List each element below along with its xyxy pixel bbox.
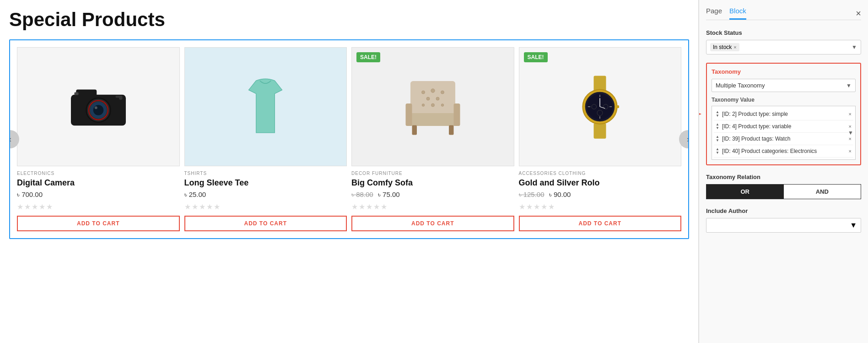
include-author-arrow-icon: ▼: [850, 221, 857, 229]
product-category-camera: ELECTRONICS: [17, 171, 180, 176]
add-to-cart-button-watch[interactable]: ADD TO CART: [519, 216, 682, 231]
tv-text-3: [ID: 39] Product tags: Watch: [722, 136, 846, 142]
product-listing-panel: Special Products ‹: [0, 0, 699, 343]
svg-rect-12: [405, 103, 412, 126]
product-price-watch: ৳ 125.00 ৳ 90.00: [519, 191, 682, 199]
product-card-watch: SALE!: [519, 47, 682, 238]
tv-dropdown-arrow-icon: ▼: [848, 130, 853, 136]
product-price-camera: ৳ 700.00: [17, 191, 180, 199]
svg-point-21: [431, 103, 434, 107]
svg-point-5: [95, 106, 97, 109]
currency-camera: ৳: [17, 191, 20, 198]
taxonomy-values-box: ▲ ▼ [ID: 2] Product type: simple × ▲ ▼ […: [712, 106, 856, 160]
svg-point-22: [422, 104, 425, 107]
svg-point-16: [431, 89, 435, 93]
price-value-watch: 90.00: [554, 191, 571, 198]
taxonomy-value-item-1: ▲ ▼ [ID: 2] Product type: simple ×: [714, 108, 853, 120]
stock-status-tag: In stock ×: [710, 43, 739, 51]
old-price-sofa: ৳ 88.00: [351, 191, 373, 198]
svg-rect-13: [453, 103, 460, 126]
svg-point-23: [441, 104, 444, 107]
product-name-watch: Gold and Silver Rolo: [519, 178, 682, 188]
svg-rect-9: [115, 96, 122, 98]
taxonomy-section: Taxonomy Multiple Taxonomy ▼ Taxonomy Va…: [706, 63, 861, 165]
stock-status-label: Stock Status: [706, 29, 861, 36]
add-to-cart-button-sofa[interactable]: ADD TO CART: [351, 216, 514, 231]
svg-rect-1: [76, 90, 97, 98]
tv-remove-4[interactable]: ×: [849, 148, 852, 154]
price-value-sofa: 75.00: [383, 191, 400, 198]
tv-down-2[interactable]: ▼: [716, 126, 719, 130]
product-category-watch: ACCESSORIES CLOTHING: [519, 171, 682, 176]
product-image-shirt: [184, 47, 347, 166]
currency-sofa: ৳: [378, 191, 381, 198]
taxonomy-select[interactable]: Multiple Taxonomy ▼: [712, 79, 856, 92]
tv-text-2: [ID: 4] Product type: variable: [722, 123, 846, 130]
tv-remove-3[interactable]: ×: [849, 136, 852, 142]
tv-text-4: [ID: 40] Product categories: Electronics: [722, 148, 846, 154]
products-grid: ‹: [9, 39, 689, 239]
product-price-sofa: ৳ 88.00 ৳ 75.00: [351, 191, 514, 199]
stars-shirt: ★ ★ ★ ★ ★: [184, 202, 347, 211]
taxonomy-value-item-4: ▲ ▼ [ID: 40] Product categories: Electro…: [714, 145, 853, 158]
stock-status-remove[interactable]: ×: [733, 44, 736, 50]
svg-rect-24: [594, 76, 606, 92]
add-to-cart-button-shirt[interactable]: ADD TO CART: [184, 216, 347, 231]
sale-badge-sofa: SALE!: [356, 52, 380, 62]
svg-point-4: [93, 105, 104, 115]
svg-rect-11: [407, 113, 458, 126]
stock-status-value: In stock: [713, 44, 732, 50]
svg-rect-15: [449, 125, 454, 135]
svg-rect-14: [412, 125, 417, 135]
stock-status-select[interactable]: In stock × ▼: [706, 40, 861, 54]
taxonomy-value-item-2: ▲ ▼ [ID: 4] Product type: variable ×: [714, 120, 853, 133]
price-value-shirt: 25.00: [189, 191, 206, 198]
product-name-sofa: Big Comfy Sofa: [351, 178, 514, 188]
taxonomy-label: Taxonomy: [712, 68, 856, 75]
product-card-camera: ELECTRONICS Digital Camera ৳ 700.00 ★ ★ …: [17, 47, 180, 238]
page-title: Special Products: [9, 9, 689, 30]
include-author-select[interactable]: ▼: [706, 218, 861, 233]
product-card-shirt: TSHIRTS Long Sleeve Tee ৳ 25.00 ★ ★ ★ ★ …: [184, 47, 347, 238]
svg-point-19: [426, 97, 430, 100]
include-author-label: Include Author: [706, 207, 861, 214]
tv-down-4[interactable]: ▼: [716, 151, 719, 155]
product-category-shirt: TSHIRTS: [184, 171, 347, 176]
product-image-watch: SALE!: [519, 47, 682, 166]
product-category-sofa: DECOR FURNITURE: [351, 171, 514, 176]
currency-watch: ৳: [549, 191, 552, 198]
price-value-camera: 700.00: [22, 191, 43, 198]
svg-marker-39: [699, 110, 701, 118]
sale-badge-watch: SALE!: [524, 52, 548, 62]
product-name-shirt: Long Sleeve Tee: [184, 178, 347, 188]
svg-rect-38: [616, 105, 619, 108]
svg-point-20: [436, 97, 439, 100]
currency-shirt: ৳: [184, 191, 187, 198]
tv-remove-2[interactable]: ×: [849, 124, 852, 129]
svg-rect-25: [594, 123, 606, 139]
add-to-cart-button-camera[interactable]: ADD TO CART: [17, 216, 180, 231]
taxonomy-value-label: Taxonomy Value: [712, 97, 856, 103]
relation-and-button[interactable]: AND: [784, 185, 861, 199]
stars-watch: ★ ★ ★ ★ ★: [519, 202, 682, 211]
tv-remove-1[interactable]: ×: [849, 111, 852, 117]
tv-down-1[interactable]: ▼: [716, 114, 719, 118]
taxonomy-red-arrow-icon: [699, 109, 706, 120]
product-name-camera: Digital Camera: [17, 178, 180, 188]
panel-tabs: Page Block ×: [706, 7, 861, 20]
old-price-watch: ৳ 125.00: [519, 191, 545, 198]
product-price-shirt: ৳ 25.00: [184, 191, 347, 199]
svg-rect-7: [74, 93, 78, 95]
tv-down-3[interactable]: ▼: [716, 139, 719, 142]
svg-point-18: [441, 91, 444, 94]
product-card-sofa: SALE!: [351, 47, 514, 238]
tab-page[interactable]: Page: [706, 7, 722, 20]
close-button[interactable]: ×: [856, 8, 861, 19]
sidebar-panel: Page Block × Stock Status In stock × ▼ T…: [699, 0, 868, 343]
tab-block[interactable]: Block: [729, 7, 746, 20]
relation-or-button[interactable]: OR: [706, 185, 784, 199]
taxonomy-relation-toggle: OR AND: [706, 184, 861, 199]
taxonomy-select-value: Multiple Taxonomy: [716, 82, 846, 89]
stars-camera: ★ ★ ★ ★ ★: [17, 202, 180, 211]
stock-select-arrow-icon: ▼: [852, 44, 857, 50]
